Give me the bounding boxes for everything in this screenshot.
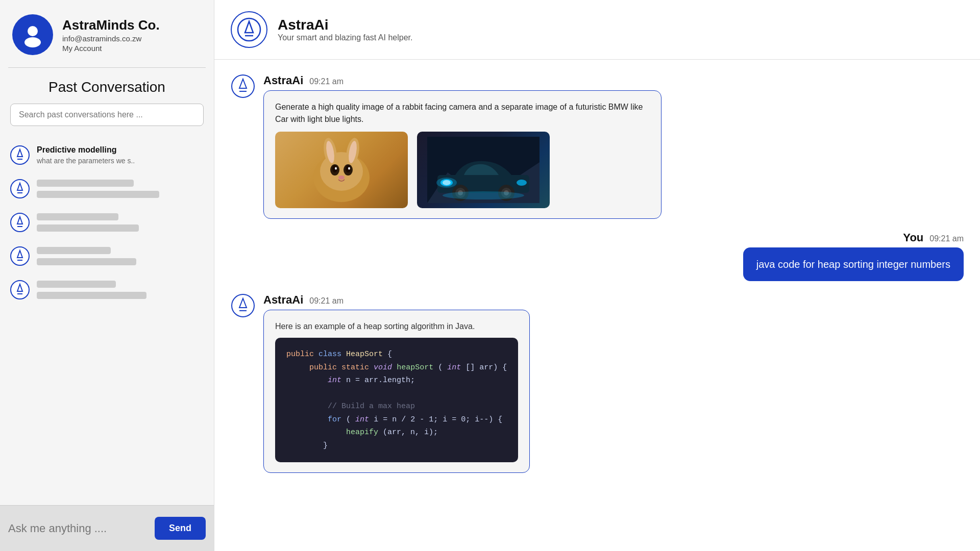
code-keyword: for	[328, 415, 341, 424]
code-type: int	[328, 376, 341, 385]
code-keyword: public	[286, 350, 314, 359]
ai-avatar-icon	[231, 74, 255, 98]
code-function: heapify	[346, 428, 378, 437]
list-item[interactable]	[0, 206, 214, 239]
message-sender: AstraAi	[263, 74, 303, 87]
past-conversation-title: Past Conversation	[0, 68, 214, 104]
car-svg	[427, 137, 540, 203]
message-row: AstraAi 09:21 am Generate a high quality…	[231, 74, 964, 219]
logo-icon	[237, 17, 261, 42]
placeholder-line	[37, 258, 136, 265]
ask-input[interactable]	[8, 522, 149, 535]
user-time: 09:21 am	[929, 234, 964, 243]
code-block: public class HeapSort { public static vo…	[275, 338, 518, 462]
code-message-sender: AstraAi	[263, 293, 303, 307]
message-meta: AstraAi 09:21 am	[263, 74, 662, 87]
ai-avatar-icon-2	[231, 293, 255, 318]
astra-icon	[10, 280, 30, 299]
message-row-user: You 09:21 am java code for heap sorting …	[231, 231, 964, 281]
user-info: AstraMinds Co. info@astraminds.co.zw My …	[62, 17, 160, 53]
svg-point-35	[338, 176, 345, 180]
code-keyword: static	[341, 363, 369, 372]
my-account-link[interactable]: My Account	[62, 44, 160, 53]
sidebar-footer: Send	[0, 505, 214, 551]
search-box-wrapper	[0, 104, 214, 134]
placeholder-line	[37, 224, 139, 232]
list-item[interactable]	[0, 239, 214, 273]
code-classname: HeapSort	[346, 350, 383, 359]
astra-icon	[10, 145, 30, 165]
placeholder-line	[37, 180, 134, 187]
send-button[interactable]: Send	[155, 517, 206, 540]
placeholder-line	[37, 292, 146, 299]
astra-icon	[10, 213, 30, 232]
code-message-content: AstraAi 09:21 am Here is an example of a…	[263, 293, 530, 473]
placeholder-line	[37, 213, 118, 220]
user-message-content: You 09:21 am java code for heap sorting …	[743, 231, 964, 281]
user-message-text: java code for heap sorting integer numbe…	[756, 259, 950, 270]
user-message-meta: You 09:21 am	[743, 231, 964, 244]
message-text: Generate a high quality image of a rabbi…	[275, 103, 643, 123]
code-message-meta: AstraAi 09:21 am	[263, 293, 530, 307]
rabbit-image	[275, 132, 408, 208]
conv-placeholder	[37, 180, 159, 198]
svg-point-41	[436, 178, 457, 188]
message-time: 09:21 am	[309, 77, 344, 86]
main-chat: AstraAi Your smart and blazing fast AI h…	[214, 0, 980, 551]
code-message-time: 09:21 am	[309, 296, 344, 306]
placeholder-line	[37, 281, 116, 288]
svg-point-42	[517, 180, 527, 186]
list-item[interactable]: Predictive modelling what are the parame…	[0, 138, 214, 172]
chat-messages: AstraAi 09:21 am Generate a high quality…	[214, 60, 980, 551]
conv-title: Predictive modelling	[37, 145, 135, 155]
list-item[interactable]	[0, 273, 214, 307]
conv-text: Predictive modelling what are the parame…	[37, 145, 135, 165]
code-type: void	[374, 363, 392, 372]
message-content: AstraAi 09:21 am Generate a high quality…	[263, 74, 662, 219]
user-email: info@astraminds.co.zw	[62, 34, 160, 43]
conversations-list: Predictive modelling what are the parame…	[0, 134, 214, 505]
chat-header: AstraAi Your smart and blazing fast AI h…	[214, 0, 980, 60]
code-type: int	[447, 363, 461, 372]
message-bubble: Generate a high quality image of a rabbi…	[263, 90, 662, 219]
sidebar-header: AstraMinds Co. info@astraminds.co.zw My …	[0, 0, 214, 67]
code-keyword: class	[318, 350, 341, 359]
conv-placeholder	[37, 247, 136, 265]
car-image	[417, 132, 550, 208]
code-type: int	[355, 415, 369, 424]
user-sender: You	[903, 231, 923, 244]
code-keyword: public	[309, 363, 337, 372]
sidebar: AstraMinds Co. info@astraminds.co.zw My …	[0, 0, 214, 551]
code-intro-text: Here is an example of a heap sorting alg…	[275, 320, 518, 333]
svg-point-1	[24, 37, 41, 47]
astra-icon	[10, 246, 30, 266]
chat-header-subtitle: Your smart and blazing fast AI helper.	[278, 33, 412, 42]
astra-icon	[10, 179, 30, 198]
placeholder-line	[37, 191, 159, 198]
company-name: AstraMinds Co.	[62, 17, 160, 33]
code-message-bubble: Here is an example of a heap sorting alg…	[263, 310, 530, 473]
code-comment: // Build a max heap	[328, 402, 415, 411]
message-row-code: AstraAi 09:21 am Here is an example of a…	[231, 293, 964, 473]
placeholder-line	[37, 247, 111, 254]
search-input[interactable]	[10, 104, 204, 126]
chat-header-info: AstraAi Your smart and blazing fast AI h…	[278, 17, 412, 42]
svg-point-49	[443, 191, 524, 199]
chat-logo	[231, 11, 267, 48]
rabbit-svg	[285, 137, 398, 203]
conv-placeholder	[37, 281, 146, 299]
svg-point-0	[28, 26, 38, 36]
avatar	[12, 14, 53, 55]
message-images	[275, 132, 650, 208]
svg-point-34	[348, 167, 350, 170]
svg-point-33	[335, 167, 337, 170]
conv-subtitle: what are the parameters we s..	[37, 157, 135, 165]
chat-header-name: AstraAi	[278, 17, 412, 33]
list-item[interactable]	[0, 172, 214, 206]
conv-placeholder	[37, 213, 139, 232]
code-function: heapSort	[397, 363, 433, 372]
user-message-bubble: java code for heap sorting integer numbe…	[743, 247, 964, 281]
